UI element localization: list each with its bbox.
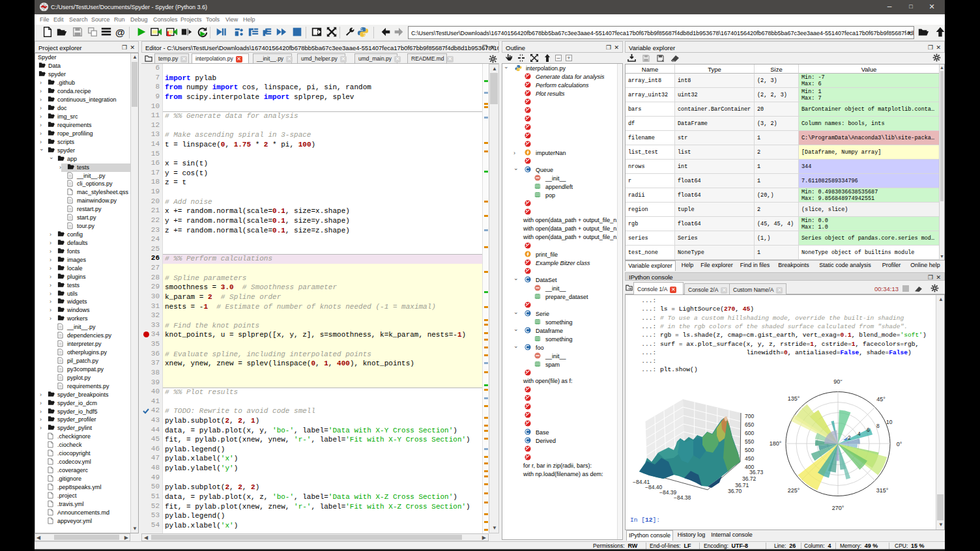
svg-text:10: 10 [886,419,893,425]
svg-text:36.72: 36.72 [742,475,757,482]
svg-text:270°: 270° [832,505,844,511]
svg-text:36.73: 36.73 [749,469,764,475]
svg-text:90°: 90° [833,380,843,385]
svg-text:315°: 315° [876,487,889,494]
svg-text:500: 500 [745,447,754,453]
svg-text:0°: 0° [897,441,902,447]
svg-text:36.70: 36.70 [728,488,742,494]
svg-text:700: 700 [745,413,754,419]
svg-text:550: 550 [745,438,754,445]
svg-text:−84.38: −84.38 [674,494,691,501]
svg-text:4: 4 [857,431,861,437]
svg-text:180°: 180° [770,440,782,447]
svg-text:45°: 45° [876,396,886,403]
svg-text:8: 8 [876,423,880,429]
svg-text:135°: 135° [788,395,800,402]
svg-text:6: 6 [867,427,870,433]
svg-text:450: 450 [745,455,754,462]
svg-text:2: 2 [848,434,851,441]
svg-text:225°: 225° [788,487,800,494]
svg-text:600: 600 [745,430,754,436]
svg-text:650: 650 [745,421,754,428]
